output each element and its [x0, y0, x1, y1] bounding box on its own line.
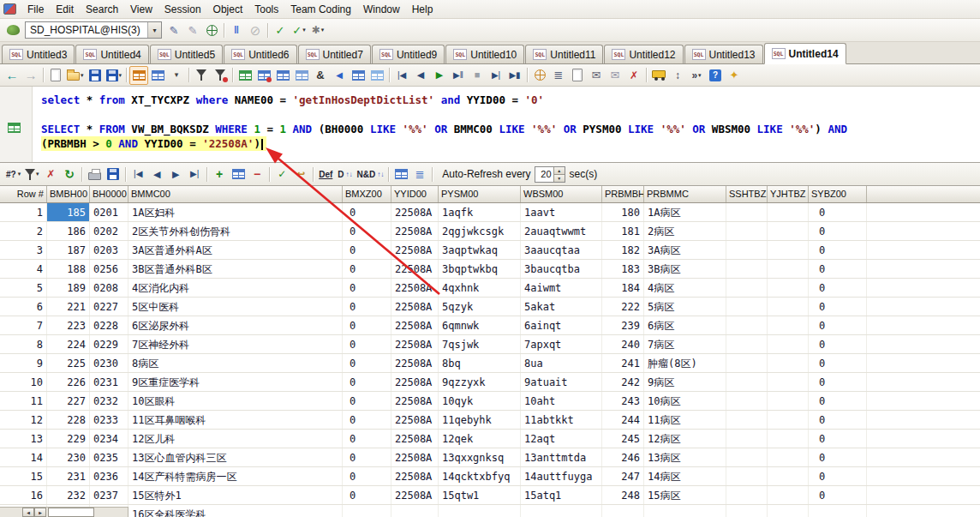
refresh-interval-spinner[interactable]: 20 ▲ ▼ [535, 166, 565, 183]
cell-wbsm00[interactable]: 8ua [521, 354, 602, 372]
cell-bmmc00[interactable]: 8病区 [128, 354, 343, 372]
cell-yyid00[interactable]: 22508A [391, 298, 439, 316]
cell-bh0000[interactable]: 0234 [90, 430, 128, 448]
cell-wbsm00[interactable]: 12aqt [521, 430, 602, 448]
cell-prbmbh[interactable]: 222 [602, 298, 644, 316]
stop-icon[interactable]: ■ [468, 66, 487, 85]
cell-prbmbh[interactable]: 245 [602, 430, 644, 448]
cell-yjhtbz[interactable] [768, 316, 809, 334]
cell-sybz00[interactable]: 0 [809, 354, 867, 372]
cell-prbmbh[interactable] [602, 505, 644, 517]
cell-pysm00[interactable] [439, 505, 521, 517]
cell-rownum[interactable]: 3 [0, 241, 47, 259]
row-filter-icon[interactable]: #?▾ [3, 165, 22, 183]
cell-prbmmc[interactable]: 9病区 [644, 373, 726, 391]
copy-page-icon[interactable] [568, 66, 587, 85]
cell-rownum[interactable]: 10 [0, 373, 47, 391]
prior-record-icon[interactable]: ◀ [411, 66, 430, 85]
grid-stop-icon[interactable] [254, 66, 273, 85]
connection-combo[interactable]: SD_HOSPITAL@HIS(3) ▾ [25, 21, 162, 39]
cell-prbmbh[interactable]: 243 [602, 392, 644, 410]
cell-sshtbz[interactable] [726, 467, 768, 485]
column-header-prbmbh[interactable]: PRBMBH [602, 186, 644, 202]
cell-yjhtbz[interactable] [768, 354, 809, 372]
cell-prbmmc[interactable]: 3B病区 [644, 260, 726, 278]
cell-rownum[interactable]: 2 [0, 222, 47, 240]
cell-rownum[interactable]: 8 [0, 335, 47, 353]
cell-bmxz00[interactable]: 0 [343, 373, 391, 391]
cell-bmxz00[interactable]: 0 [343, 260, 391, 278]
cell-sshtbz[interactable] [726, 298, 768, 316]
cell-yyid00[interactable]: 22508A [391, 335, 439, 353]
cell-pysm00[interactable]: 15qtw1 [439, 486, 521, 504]
data-pump-icon[interactable] [649, 66, 668, 85]
cell-rownum[interactable]: 4 [0, 260, 47, 278]
cell-sshtbz[interactable] [726, 241, 768, 259]
column-header-sybz00[interactable]: SYBZ00 [809, 186, 867, 202]
scroll-right-button[interactable]: ▶ [34, 508, 46, 517]
cell-sshtbz[interactable] [726, 316, 768, 334]
cell-pysm00[interactable]: 11qebyhk [439, 411, 521, 429]
cell-rownum[interactable]: 12 [0, 411, 47, 429]
tab-untitled12[interactable]: SQLUntitled12 [604, 45, 683, 63]
cell-yjhtbz[interactable] [768, 222, 809, 240]
cell-bmbh00[interactable]: 224 [47, 335, 90, 353]
cell-yjhtbz[interactable] [768, 373, 809, 391]
new-file-icon[interactable] [46, 66, 65, 85]
next-record-icon[interactable]: ▶ [430, 66, 449, 85]
cell-yyid00[interactable]: 22508A [391, 203, 439, 221]
cell-prbmbh[interactable]: 242 [602, 373, 644, 391]
cell-sshtbz[interactable] [726, 448, 768, 466]
execute-pencil-icon[interactable]: ✎ [164, 21, 183, 39]
cell-bmbh00[interactable]: 189 [47, 279, 90, 297]
grid-execute-icon[interactable] [236, 66, 254, 85]
cell-bmbh00[interactable]: 232 [47, 486, 90, 504]
column-header-bmbh00[interactable]: BMBH00 [47, 186, 90, 202]
cell-wbsm00[interactable]: 5akat [521, 298, 602, 316]
cell-yjhtbz[interactable] [768, 298, 809, 316]
cell-sybz00[interactable]: 0 [809, 392, 867, 410]
cell-yyid00[interactable]: 22508A [391, 486, 439, 504]
cell-prbmbh[interactable]: 246 [602, 448, 644, 466]
cell-yyid00[interactable]: 22508A [391, 316, 439, 334]
menu-item-team-coding[interactable]: Team Coding [284, 1, 357, 18]
cell-yjhtbz[interactable] [768, 448, 809, 466]
menu-item-file[interactable]: File [21, 1, 50, 18]
cell-rownum[interactable]: 7 [0, 316, 47, 334]
cell-bh0000[interactable]: 0233 [90, 411, 128, 429]
cell-yjhtbz[interactable] [768, 430, 809, 448]
cell-prbmmc[interactable]: 12病区 [644, 430, 726, 448]
find-icon[interactable]: ? [706, 66, 725, 85]
cell-sshtbz[interactable] [726, 486, 768, 504]
cell-sshtbz[interactable] [726, 505, 768, 517]
tab-untitled3[interactable]: SQLUntitled3 [2, 45, 75, 63]
cell-bh0000[interactable]: 0201 [90, 203, 128, 221]
cell-prbmmc[interactable]: 7病区 [644, 335, 726, 353]
cell-sshtbz[interactable] [726, 354, 768, 372]
cell-wbsm00[interactable] [521, 505, 602, 517]
forward-arrow-icon[interactable]: → [21, 66, 40, 85]
cell-bmxz00[interactable]: 0 [343, 203, 391, 221]
cell-prbmmc[interactable]: 6病区 [644, 316, 726, 334]
save-file-icon[interactable] [86, 66, 105, 85]
cell-sybz00[interactable]: 0 [809, 411, 867, 429]
menu-item-help[interactable]: Help [406, 1, 439, 18]
cell-sybz00[interactable]: 0 [809, 260, 867, 278]
cell-wbsm00[interactable]: 4aiwmt [521, 279, 602, 297]
prior-row-icon[interactable]: ◀ [147, 165, 166, 183]
cell-pysm00[interactable]: 3aqptwkaq [439, 241, 521, 259]
refresh-data-icon[interactable] [368, 66, 386, 85]
column-header-sshtbz[interactable]: SSHTBZ [726, 186, 768, 202]
cell-sybz00[interactable]: 0 [809, 430, 867, 448]
cell-bmmc00[interactable]: 13区心血管内科三区 [128, 448, 343, 466]
cell-wbsm00[interactable]: 6ainqt [521, 316, 602, 334]
cell-bh0000[interactable]: 0203 [90, 241, 128, 259]
cell-bmbh00[interactable]: 221 [47, 298, 90, 316]
cell-wbsm00[interactable]: 15atq1 [521, 486, 602, 504]
quill-icon[interactable]: ✎ [183, 21, 202, 39]
grid-single-record-icon[interactable] [292, 66, 311, 85]
cell-pysm00[interactable]: 7qsjwk [439, 335, 521, 353]
cell-yyid00[interactable]: 22508A [391, 430, 439, 448]
cell-wbsm00[interactable]: 11abtkkt [521, 411, 602, 429]
columns-view-icon[interactable] [148, 66, 167, 85]
